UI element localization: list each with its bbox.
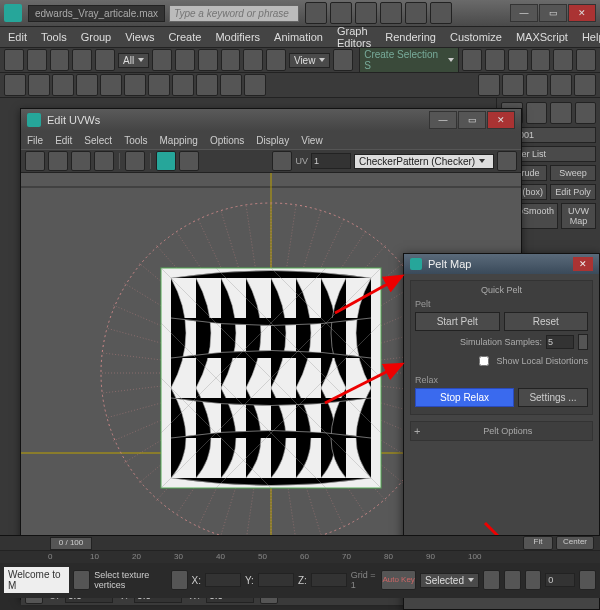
- frame-field[interactable]: [545, 573, 575, 587]
- reset-button[interactable]: Reset: [504, 312, 589, 331]
- render-icon[interactable]: [550, 74, 572, 96]
- y-field[interactable]: [258, 573, 294, 587]
- tool-icon[interactable]: [100, 74, 122, 96]
- tool-icon[interactable]: [244, 74, 266, 96]
- menu-maxscript[interactable]: MAXScript: [516, 31, 568, 43]
- menu-customize[interactable]: Customize: [450, 31, 502, 43]
- uvw-menu-select[interactable]: Select: [84, 135, 112, 146]
- help-icon[interactable]: [305, 2, 327, 24]
- tool-icon[interactable]: [27, 49, 47, 71]
- pelt-titlebar[interactable]: Pelt Map ✕: [404, 254, 599, 274]
- search-input[interactable]: [169, 5, 299, 22]
- uv-channel-spinner[interactable]: [311, 153, 351, 169]
- link-icon[interactable]: [50, 49, 70, 71]
- sim-samples-field[interactable]: [546, 335, 574, 349]
- tool-icon[interactable]: [76, 74, 98, 96]
- tool-icon[interactable]: [172, 74, 194, 96]
- time-slider-thumb[interactable]: 0 / 100: [50, 537, 92, 550]
- close-button[interactable]: ✕: [573, 257, 593, 271]
- checker-dropdown[interactable]: CheckerPattern (Checker): [354, 154, 494, 169]
- filter-dropdown[interactable]: All: [118, 53, 149, 68]
- tool-icon[interactable]: [95, 49, 115, 71]
- minimize-button[interactable]: —: [429, 111, 457, 129]
- mirror-icon[interactable]: [125, 151, 145, 171]
- rotate-icon[interactable]: [243, 49, 263, 71]
- uvw-titlebar[interactable]: Edit UVWs — ▭ ✕: [21, 109, 521, 131]
- scale-icon[interactable]: [71, 151, 91, 171]
- maximize-button[interactable]: ▭: [539, 4, 567, 22]
- tool-icon[interactable]: [330, 2, 352, 24]
- menu-edit[interactable]: Edit: [8, 31, 27, 43]
- uvw-menu-display[interactable]: Display: [256, 135, 289, 146]
- uvw-menu-mapping[interactable]: Mapping: [160, 135, 198, 146]
- coord-dropdown[interactable]: View: [289, 53, 331, 68]
- time-slider[interactable]: 0 / 100 Fit Center: [0, 536, 600, 551]
- tool-icon[interactable]: [497, 151, 517, 171]
- tool-icon[interactable]: [4, 49, 24, 71]
- uvw-menu-options[interactable]: Options: [210, 135, 244, 146]
- show-local-distortions-checkbox[interactable]: [479, 356, 489, 366]
- uvw-menu-view[interactable]: View: [301, 135, 323, 146]
- autokey-button[interactable]: Auto Key: [381, 570, 416, 590]
- rotate-icon[interactable]: [48, 151, 68, 171]
- sweep-button[interactable]: Sweep: [550, 165, 596, 181]
- tool-icon[interactable]: [124, 74, 146, 96]
- tool-icon[interactable]: [171, 570, 188, 590]
- fit-button[interactable]: Fit: [523, 536, 553, 550]
- tool-icon[interactable]: [333, 49, 353, 71]
- tool-icon[interactable]: [462, 49, 482, 71]
- x-field[interactable]: [205, 573, 241, 587]
- close-button[interactable]: ✕: [487, 111, 515, 129]
- scale-icon[interactable]: [266, 49, 286, 71]
- tool-icon[interactable]: [198, 49, 218, 71]
- uvw-menu-tools[interactable]: Tools: [124, 135, 147, 146]
- editpoly-button[interactable]: Edit Poly: [550, 184, 596, 200]
- tool-icon[interactable]: [502, 74, 524, 96]
- minimize-button[interactable]: —: [510, 4, 538, 22]
- teapot-icon[interactable]: [574, 74, 596, 96]
- prev-frame-icon[interactable]: [483, 570, 500, 590]
- menu-rendering[interactable]: Rendering: [385, 31, 436, 43]
- menu-group[interactable]: Group: [81, 31, 112, 43]
- tool-icon[interactable]: [508, 49, 528, 71]
- tool-icon[interactable]: [4, 74, 26, 96]
- select-icon[interactable]: [152, 49, 172, 71]
- menu-animation[interactable]: Animation: [274, 31, 323, 43]
- keymode-dropdown[interactable]: Selected: [420, 573, 479, 588]
- play-icon[interactable]: [504, 570, 521, 590]
- spinner-icon[interactable]: [578, 334, 588, 350]
- material-editor-icon[interactable]: [478, 74, 500, 96]
- tool-icon[interactable]: [355, 2, 377, 24]
- move-icon[interactable]: [25, 151, 45, 171]
- move-icon[interactable]: [221, 49, 241, 71]
- tool-icon[interactable]: [28, 74, 50, 96]
- tool-icon[interactable]: [196, 74, 218, 96]
- tool-icon[interactable]: [272, 151, 292, 171]
- next-frame-icon[interactable]: [525, 570, 542, 590]
- star-icon[interactable]: [380, 2, 402, 24]
- menu-tools[interactable]: Tools: [41, 31, 67, 43]
- tool-icon[interactable]: [430, 2, 452, 24]
- tool-icon[interactable]: [156, 151, 176, 171]
- tool-icon[interactable]: [148, 74, 170, 96]
- modify-tab-icon[interactable]: [526, 102, 548, 124]
- maximize-button[interactable]: ▭: [458, 111, 486, 129]
- menu-views[interactable]: Views: [125, 31, 154, 43]
- stop-relax-button[interactable]: Stop Relax: [415, 388, 514, 407]
- close-button[interactable]: ✕: [568, 4, 596, 22]
- tool-icon[interactable]: [220, 74, 242, 96]
- menu-modifiers[interactable]: Modifiers: [215, 31, 260, 43]
- lock-icon[interactable]: [73, 570, 90, 590]
- tool-icon[interactable]: [405, 2, 427, 24]
- time-ruler[interactable]: 0 10 20 30 40 50 60 70 80 90 100: [0, 551, 600, 563]
- uvw-menu-edit[interactable]: Edit: [55, 135, 72, 146]
- tool-icon[interactable]: [175, 49, 195, 71]
- tool-icon[interactable]: [575, 102, 597, 124]
- uvwmap-button[interactable]: UVW Map: [561, 203, 596, 229]
- unlink-icon[interactable]: [72, 49, 92, 71]
- center-button[interactable]: Center: [556, 536, 594, 550]
- freeform-icon[interactable]: [94, 151, 114, 171]
- mirror-icon[interactable]: [531, 49, 551, 71]
- menu-grapheditors[interactable]: Graph Editors: [337, 25, 371, 49]
- tool-icon[interactable]: [576, 49, 596, 71]
